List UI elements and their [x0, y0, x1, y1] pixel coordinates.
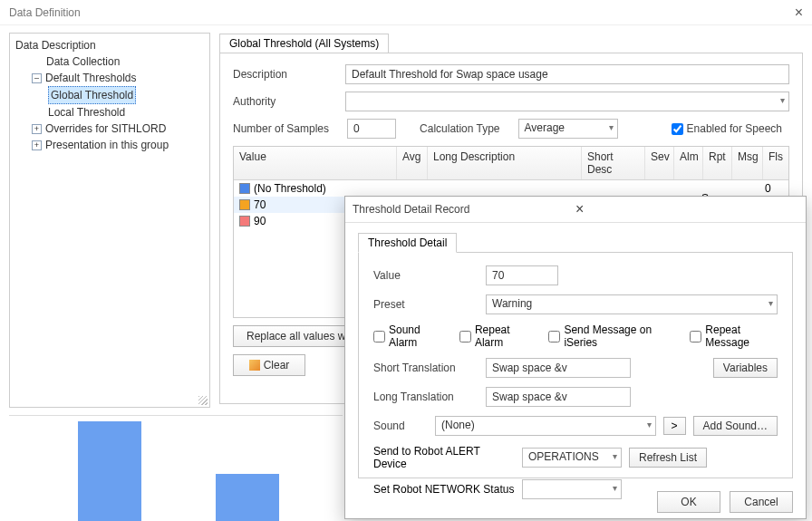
col-value[interactable]: Value — [234, 147, 397, 179]
play-sound-button[interactable]: > — [663, 417, 686, 435]
description-label: Description — [233, 68, 338, 81]
long-translation-label: Long Translation — [373, 391, 478, 403]
cancel-button[interactable]: Cancel — [730, 491, 793, 513]
authority-combo[interactable] — [345, 92, 789, 111]
close-icon[interactable]: × — [575, 201, 798, 217]
eraser-icon — [249, 360, 260, 371]
window-title: Data Definition — [9, 6, 795, 19]
alert-device-label: Send to Robot ALERT Device — [373, 445, 515, 470]
repeat-alarm-checkbox[interactable]: Repeat Alarm — [459, 323, 532, 349]
preset-combo[interactable]: Warning — [486, 294, 778, 314]
expand-icon[interactable]: + — [32, 124, 42, 134]
close-icon[interactable]: × — [795, 5, 803, 21]
enabled-speech-checkbox[interactable]: Enabled for Speech — [672, 122, 782, 135]
add-sound-button[interactable]: Add Sound… — [693, 416, 778, 436]
col-sev[interactable]: Sev — [645, 147, 674, 179]
value-label: Value — [373, 269, 478, 282]
navigation-tree: Data Description Data Collection –Defaul… — [9, 33, 210, 408]
collapse-icon[interactable]: – — [32, 73, 42, 83]
col-msg[interactable]: Msg — [732, 147, 763, 179]
col-fls[interactable]: Fls — [763, 147, 788, 179]
refresh-list-button[interactable]: Refresh List — [629, 448, 707, 468]
swatch-icon — [239, 183, 250, 194]
tree-overrides[interactable]: +Overrides for SITHLORD — [15, 121, 206, 137]
swatch-icon — [239, 199, 250, 210]
col-rpt[interactable]: Rpt — [703, 147, 732, 179]
window-titlebar: Data Definition × — [0, 0, 812, 25]
preset-label: Preset — [373, 298, 478, 311]
expand-icon[interactable]: + — [32, 140, 42, 150]
col-short[interactable]: Short Desc — [582, 147, 645, 179]
tree-data-collection[interactable]: Data Collection — [15, 53, 206, 70]
sound-combo[interactable]: (None) — [435, 416, 656, 436]
background-chart — [9, 415, 343, 521]
description-input[interactable] — [345, 64, 789, 84]
calc-type-label: Calculation Type — [420, 122, 500, 135]
tab-global-threshold[interactable]: Global Threshold (All Systems) — [219, 34, 389, 53]
send-iseries-checkbox[interactable]: Send Message on iSeries — [548, 323, 673, 349]
threshold-detail-dialog: Threshold Detail Record × Threshold Deta… — [344, 196, 807, 519]
clear-button[interactable]: Clear — [233, 354, 305, 376]
ok-button[interactable]: OK — [657, 491, 720, 513]
tree-root[interactable]: Data Description — [15, 37, 206, 53]
repeat-message-checkbox[interactable]: Repeat Message — [690, 323, 778, 349]
col-long[interactable]: Long Description — [428, 147, 582, 179]
calc-type-combo[interactable]: Average — [518, 119, 618, 139]
value-input[interactable] — [486, 265, 558, 285]
col-avg[interactable]: Avg — [397, 147, 428, 179]
long-translation-input[interactable] — [486, 387, 631, 407]
authority-label: Authority — [233, 95, 338, 108]
swatch-icon — [239, 216, 250, 227]
dialog-title: Threshold Detail Record — [353, 203, 575, 216]
samples-input[interactable] — [347, 119, 396, 139]
sound-label: Sound — [373, 420, 428, 432]
network-status-combo[interactable] — [522, 479, 622, 499]
resize-handle-icon[interactable] — [198, 396, 208, 405]
tree-default-thresholds[interactable]: –Default Thresholds — [15, 70, 206, 86]
col-alm[interactable]: Alm — [674, 147, 703, 179]
short-translation-input[interactable] — [486, 358, 631, 378]
tree-global-threshold[interactable]: Global Threshold — [15, 86, 206, 104]
sound-alarm-checkbox[interactable]: Sound Alarm — [373, 323, 443, 349]
samples-label: Number of Samples — [233, 122, 329, 135]
alert-device-combo[interactable]: OPERATIONS — [522, 448, 622, 468]
variables-button[interactable]: Variables — [713, 358, 778, 378]
tree-presentation[interactable]: +Presentation in this group — [15, 137, 206, 153]
tab-threshold-detail[interactable]: Threshold Detail — [358, 233, 457, 253]
short-translation-label: Short Translation — [373, 362, 478, 374]
tree-local-threshold[interactable]: Local Threshold — [15, 104, 206, 121]
